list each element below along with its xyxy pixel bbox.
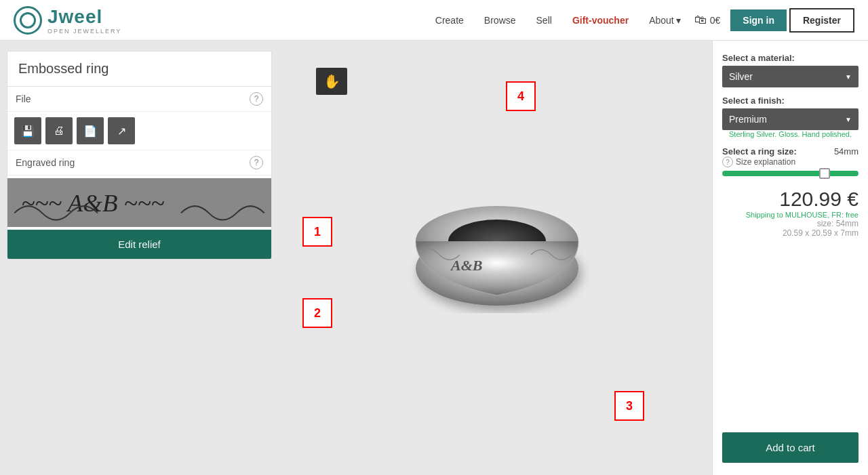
save-icon: 💾 (21, 125, 35, 138)
nav-browse[interactable]: Browse (484, 15, 516, 26)
cart-button[interactable]: 🛍 0€ (694, 13, 721, 27)
save-as-button[interactable]: 🖨 (45, 117, 73, 144)
finish-select-wrapper: Premium (722, 108, 859, 130)
right-panel: Select a material: Silver Select a finis… (712, 41, 868, 475)
overlay-badge-1: 1 (302, 217, 332, 247)
logo-icon (14, 6, 42, 35)
logo-text-area: Jweel OPEN JEWELLERY (47, 6, 121, 35)
logo-name: Jweel (47, 6, 102, 27)
chevron-down-icon: ▾ (676, 15, 681, 26)
center-3d-view[interactable]: ✋ (282, 41, 712, 475)
material-section: Select a material: Silver (722, 53, 859, 87)
file-help-icon[interactable]: ? (250, 92, 263, 106)
size-label: Select a ring size: (722, 146, 797, 157)
panel-card: Embossed ring File ? 💾 🖨 📄 ↗ (7, 51, 272, 260)
engraved-label: Engraved ring (16, 157, 75, 168)
finish-section: Select a finish: Premium Sterling Silver… (722, 96, 859, 138)
share-button[interactable]: ↗ (108, 117, 135, 144)
share-icon: ↗ (117, 125, 126, 138)
header: Jweel OPEN JEWELLERY Create Browse Sell … (0, 0, 868, 41)
new-button[interactable]: 📄 (77, 117, 104, 144)
engraved-row: Engraved ring ? (7, 150, 271, 175)
sign-in-button[interactable]: Sign in (730, 9, 787, 31)
finish-select[interactable]: Premium (722, 108, 859, 130)
nav-create[interactable]: Create (435, 15, 464, 26)
engraved-preview: ~~~ A&B ~~~ (7, 178, 271, 227)
shipping-note: Shipping to MULHOUSE, FR: free (722, 211, 859, 219)
material-label: Select a material: (722, 53, 859, 63)
hand-icon: ✋ (323, 73, 340, 89)
size-explain-text: Size explanation (736, 157, 795, 167)
add-to-cart-button[interactable]: Add to cart (722, 432, 859, 463)
price-value: 120.99 € (722, 188, 859, 211)
overlay-badge-4: 4 (506, 81, 536, 111)
main-nav: Create Browse Sell Gift-voucher About ▾ (435, 15, 681, 26)
size-row: Select a ring size: 54mm (722, 146, 859, 157)
finish-label: Select a finish: (722, 96, 859, 106)
overlay-badge-3: 3 (614, 391, 644, 421)
size-help-icon: ? (722, 157, 733, 167)
nav-about[interactable]: About ▾ (649, 15, 681, 26)
material-select[interactable]: Silver (722, 66, 859, 87)
svg-text:A&B: A&B (450, 257, 482, 274)
cart-amount: 0€ (710, 15, 721, 26)
save-button[interactable]: 💾 (14, 117, 41, 144)
new-icon: 📄 (83, 125, 97, 138)
logo-sub: OPEN JEWELLERY (47, 28, 121, 35)
finish-note: Sterling Silver. Gloss. Hand polished. (722, 130, 859, 138)
overlay-badge-2: 2 (302, 298, 332, 328)
save-as-icon: 🖨 (54, 125, 64, 137)
size-slider[interactable] (722, 167, 859, 180)
dims-size: size: 54mm (722, 219, 859, 228)
size-value: 54mm (834, 146, 859, 157)
edit-relief-button[interactable]: Edit relief (7, 230, 271, 259)
nav-gift-voucher[interactable]: Gift-voucher (572, 15, 629, 26)
material-select-wrapper: Silver (722, 66, 859, 87)
cursor-tool-icon[interactable]: ✋ (316, 68, 347, 95)
engraved-help-icon[interactable]: ? (250, 156, 263, 169)
logo[interactable]: Jweel OPEN JEWELLERY (14, 6, 121, 35)
left-panel: Embossed ring File ? 💾 🖨 📄 ↗ (0, 41, 282, 475)
file-label: File (16, 94, 31, 104)
slider-thumb (819, 168, 830, 179)
toolbar-row: 💾 🖨 📄 ↗ (7, 112, 271, 150)
dims-values: 20.59 x 20.59 x 7mm (722, 228, 859, 238)
slider-track (722, 171, 859, 176)
register-button[interactable]: Register (789, 8, 854, 33)
size-explain[interactable]: ? Size explanation (722, 157, 859, 167)
size-section: Select a ring size: 54mm ? Size explanat… (722, 146, 859, 180)
nav-sell[interactable]: Sell (536, 15, 552, 26)
file-row: File ? (7, 87, 271, 112)
cart-icon: 🛍 (694, 13, 707, 27)
panel-title: Embossed ring (7, 51, 271, 87)
main-content: Embossed ring File ? 💾 🖨 📄 ↗ (0, 41, 868, 475)
ring-preview: A&B (382, 143, 612, 373)
price-section: 120.99 € Shipping to MULHOUSE, FR: free … (722, 188, 859, 238)
